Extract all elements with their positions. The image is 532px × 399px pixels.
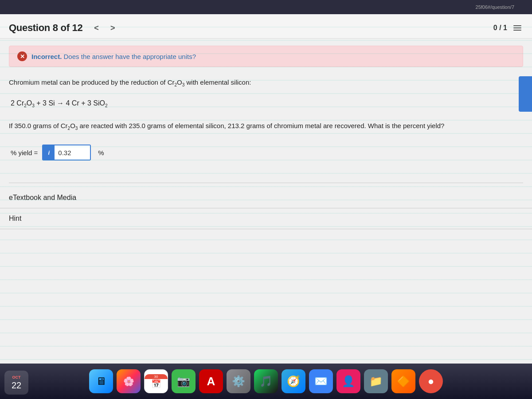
main-content: Question 8 of 12 < > 0 / 1 ✕ Incorrect. … (0, 14, 532, 364)
question-text: If 350.0 grams of Cr2O3 are reacted with… (9, 121, 523, 132)
answer-input[interactable] (55, 145, 90, 160)
dock-item-person[interactable]: 👤 (336, 369, 360, 393)
answer-row: % yield = i % (9, 145, 523, 160)
dock-item-facetime[interactable]: 📷 (172, 369, 196, 393)
clock-widget: OCT 22 (4, 371, 28, 395)
score-area: 0 / 1 (493, 23, 523, 32)
unit-label: % (98, 149, 104, 156)
dock-item-settings[interactable]: ⚙️ (227, 369, 250, 393)
question-header: Question 8 of 12 < > 0 / 1 (0, 14, 532, 39)
browser-url: 25f06#/question/7 (476, 4, 514, 10)
feedback-message: Incorrect. Does the answer have the appr… (31, 53, 196, 60)
question-title: Question 8 of 12 (9, 22, 82, 34)
input-info-button[interactable]: i (43, 145, 55, 160)
hint-label[interactable]: Hint (9, 215, 21, 222)
browser-bar: 25f06#/question/7 (0, 0, 532, 14)
dock-item-finder[interactable]: 🖥 (89, 369, 113, 393)
prev-question-button[interactable]: < (91, 23, 102, 34)
incorrect-icon: ✕ (17, 51, 27, 61)
answer-input-wrapper: i (42, 145, 91, 160)
dock-item-red[interactable]: ● (419, 369, 443, 393)
next-question-button[interactable]: > (108, 23, 118, 34)
question-intro: Chromium metal can be produced by the re… (9, 78, 523, 88)
dock-item-calendar[interactable]: 30 📅 (144, 369, 168, 393)
dock-item-safari[interactable]: 🧭 (282, 369, 305, 393)
clock-month: OCT (12, 375, 21, 379)
dock-item-autocad[interactable]: A (199, 369, 223, 393)
etextbook-row[interactable]: eTextbook and Media (0, 188, 532, 208)
incorrect-banner: ✕ Incorrect. Does the answer have the ap… (9, 46, 523, 67)
clock-day: 22 (12, 380, 21, 391)
hint-row[interactable]: Hint (0, 208, 532, 229)
dock-item-files[interactable]: 📁 (364, 369, 388, 393)
chemical-equation: 2 Cr2O3 + 3 Si → 4 Cr + 3 SiO2 (9, 97, 523, 110)
menu-icon[interactable] (512, 23, 523, 32)
section-divider (9, 183, 523, 183)
blue-sidebar-button[interactable] (519, 76, 532, 112)
dock-bar: OCT 22 🖥 🌸 30 📅 📷 A ⚙️ 🎵 🧭 ✉️ 👤 (0, 364, 532, 399)
dock-item-photos[interactable]: 🌸 (117, 369, 141, 393)
answer-label: % yield = (11, 149, 38, 156)
nav-arrows: < > (91, 23, 117, 34)
score-display: 0 / 1 (493, 24, 507, 32)
dock-item-music[interactable]: 🎵 (254, 369, 278, 393)
question-body: Chromium metal can be produced by the re… (0, 74, 532, 178)
dock-item-mail[interactable]: ✉️ (309, 369, 333, 393)
dock-item-vlc[interactable]: 🔶 (391, 369, 415, 393)
etextbook-link[interactable]: eTextbook and Media (9, 194, 76, 201)
